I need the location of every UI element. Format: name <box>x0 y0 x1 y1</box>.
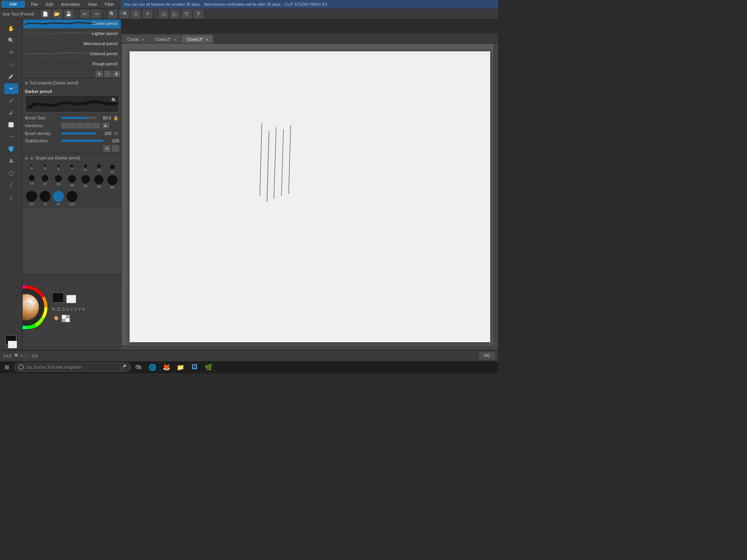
brush-panel-delete-btn[interactable]: 🗑 <box>113 71 120 77</box>
tab-comic3-close[interactable]: × <box>206 38 208 42</box>
size-item-40[interactable]: 40 <box>93 175 105 189</box>
nav-right-btn[interactable]: ▷ <box>170 10 180 18</box>
size-item-60[interactable]: 60 <box>26 191 38 206</box>
tool-lasso[interactable]: ⬭ <box>4 59 18 70</box>
property-settings-btn[interactable]: ⚙ <box>103 145 110 152</box>
secondary-color-swatch[interactable] <box>66 295 76 303</box>
tool-eraser[interactable]: ⬜ <box>4 119 18 130</box>
tool-eyedrop[interactable]: 💉 <box>4 71 18 82</box>
size-item-50[interactable]: 50 <box>106 175 118 189</box>
size-item-25[interactable]: 25 <box>66 175 78 189</box>
size-item-12[interactable]: 12 <box>106 164 118 173</box>
brush-item-lighter[interactable]: Lighter pencil <box>23 28 121 38</box>
taskbar-app-store[interactable]: 🛍 <box>132 362 145 373</box>
brush-density-icon[interactable]: ⚙ <box>113 130 119 136</box>
nav-down-btn[interactable]: ▽ <box>182 10 191 18</box>
tool-ruler[interactable]: △ <box>4 192 18 203</box>
taskbar-app-firefox[interactable]: 🦊 <box>160 362 173 373</box>
h-label: H <box>52 307 55 312</box>
size-item-6[interactable]: 6 <box>53 164 65 173</box>
brush-panel-settings-btn[interactable]: ⚙ <box>96 71 103 77</box>
hardness-2[interactable] <box>69 123 76 128</box>
brush-item-colored[interactable]: Colored pencil <box>23 49 121 59</box>
menu-file[interactable]: File <box>30 1 40 7</box>
transparent-btn[interactable] <box>61 315 70 322</box>
taskbar-app-game[interactable]: 🌿 <box>202 362 215 373</box>
hardness-4[interactable] <box>85 123 92 128</box>
brush-item-darker[interactable]: Darker pencil <box>23 18 121 28</box>
nav-left-btn[interactable]: ◁ <box>159 10 168 18</box>
vertical-scrollbar[interactable] <box>493 44 498 350</box>
tool-pencil[interactable]: ✏ <box>4 83 18 94</box>
tab-comic3[interactable]: Comic3* × <box>182 35 213 43</box>
help-btn[interactable]: ? <box>194 10 203 18</box>
tool-zoom[interactable]: 🔍 <box>4 35 18 46</box>
size-item-8[interactable]: 8 <box>79 164 91 173</box>
undo-btn[interactable]: ↩ <box>80 10 89 18</box>
menu-edit[interactable]: Edit <box>44 1 55 7</box>
brush-item-mechanical[interactable]: Mechanical pencil <box>23 38 121 49</box>
brush-panel-add-btn[interactable]: + <box>104 71 111 77</box>
rotate-btn[interactable]: ↺ <box>143 10 152 18</box>
menu-filter[interactable]: Filter <box>103 1 116 7</box>
zoom-in-btn[interactable]: 🔍 <box>108 10 117 18</box>
tool-fill[interactable]: 🪣 <box>4 144 18 154</box>
size-item-100[interactable]: 100 <box>66 191 78 206</box>
tab-comic2[interactable]: Comic2* × <box>150 35 181 43</box>
brush-size-lock-icon[interactable]: 🔒 <box>113 115 119 121</box>
tool-property-header: ⚙ Tool property [Darker pencil] <box>25 80 119 87</box>
tab-comic-close[interactable]: × <box>142 38 144 42</box>
brush-size-slider[interactable] <box>61 117 96 119</box>
preview-search-icon[interactable]: 🔍 <box>111 97 117 103</box>
background-color[interactable] <box>8 341 17 348</box>
size-item-15[interactable]: 15 <box>26 175 38 189</box>
menu-view[interactable]: View <box>86 1 99 7</box>
hardness-5[interactable] <box>93 123 100 128</box>
drawing-canvas[interactable] <box>130 51 490 342</box>
active-color-swatch[interactable] <box>52 292 64 303</box>
tab-comic2-close[interactable]: × <box>174 38 176 42</box>
size-item-4[interactable]: 4 <box>26 164 38 173</box>
tab-comic[interactable]: Comic × <box>122 35 149 43</box>
windows-start-btn[interactable]: ⊞ <box>2 362 12 372</box>
color-palette-btn[interactable]: 🎨 <box>52 315 61 322</box>
fit-btn[interactable]: ⊡ <box>131 10 140 18</box>
brush-size-panel-title: Brush size [Darker pencil] <box>36 156 80 160</box>
taskbar-app-clip[interactable]: 🖼 <box>188 362 201 373</box>
tool-ellipse[interactable]: ◯ <box>4 168 18 178</box>
property-more-btn[interactable]: ⋮ <box>112 145 119 152</box>
size-item-5[interactable]: 5 <box>39 164 51 173</box>
menu-animation[interactable]: Animation <box>60 1 82 7</box>
tool-text[interactable]: A <box>4 156 18 166</box>
open-btn[interactable]: 📂 <box>53 10 62 18</box>
navigator-btn[interactable]: INC <box>479 352 495 360</box>
taskbar-app-edge[interactable]: 🌐 <box>146 362 159 373</box>
redo-btn[interactable]: ↪ <box>92 10 101 18</box>
taskbar-app-files[interactable]: 📁 <box>174 362 187 373</box>
save-btn[interactable]: 💾 <box>64 10 74 18</box>
horizontal-scrollbar[interactable] <box>122 345 493 350</box>
size-item-70[interactable]: 70 <box>39 191 51 206</box>
tool-blend[interactable]: 〰 <box>4 131 18 142</box>
tool-line[interactable]: ╱ <box>4 180 18 191</box>
hardness-expand-btn[interactable]: ▶ <box>103 123 109 128</box>
tool-rotate[interactable]: ↺ <box>4 47 18 58</box>
tool-pen[interactable]: 🖊 <box>4 95 18 106</box>
size-item-30[interactable]: 30 <box>79 175 91 189</box>
size-item-17[interactable]: 17 <box>39 175 51 189</box>
new-file-btn[interactable]: 📄 <box>41 10 50 18</box>
size-item-10[interactable]: 10 <box>93 164 105 173</box>
taskbar-search-box[interactable]: Zur Suche Text hier eingeben 🎤 <box>14 362 131 372</box>
size-item-80[interactable]: 80 <box>53 191 65 206</box>
canvas-area[interactable] <box>122 44 498 350</box>
brush-density-slider[interactable] <box>61 132 96 135</box>
size-item-7[interactable]: 7 <box>66 164 78 173</box>
stabilization-slider[interactable] <box>61 140 103 142</box>
brush-item-rough[interactable]: Rough pencil <box>23 59 121 69</box>
zoom-out-btn[interactable]: −🔍 <box>119 10 129 18</box>
tool-brush[interactable]: 🖌 <box>4 107 18 118</box>
hardness-1[interactable] <box>61 123 68 128</box>
tool-move[interactable]: ✋ <box>4 23 18 34</box>
size-item-20[interactable]: 20 <box>53 175 65 189</box>
hardness-3[interactable] <box>77 123 84 128</box>
